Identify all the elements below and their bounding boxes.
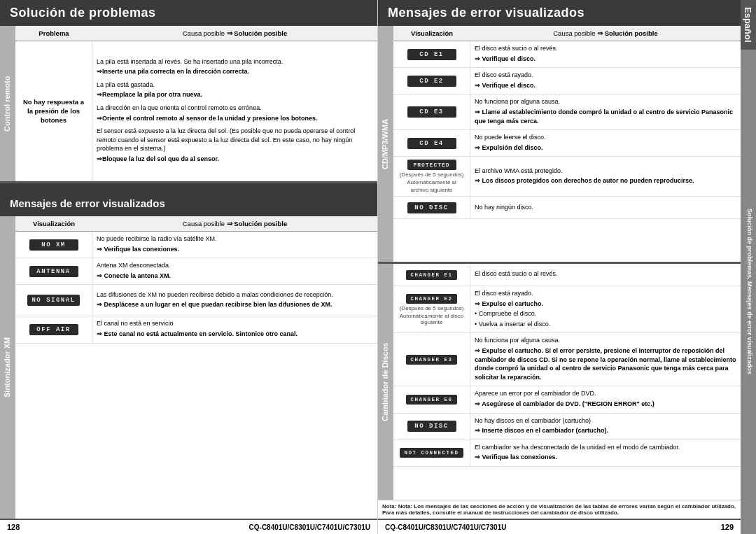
- lcd-badge-not-connected: NOT CONNECTED: [400, 448, 463, 458]
- cd-label: CD/MP3/WMA: [378, 26, 393, 262]
- right-model-number: CQ-C8401U/C8301U/C7401U/C7301U: [385, 524, 506, 531]
- solution-cd-e3: ⇒ Llame al establecimiento donde compró …: [475, 108, 736, 125]
- cause-no-disc-top: No hay ningún disco.: [475, 203, 736, 212]
- table-row: NOT CONNECTED El cambiador se ha descone…: [393, 440, 741, 467]
- footnote-bold: Nota:: [382, 503, 396, 510]
- table-row: CD E1 El disco está sucio o al revés. ⇒ …: [393, 41, 741, 68]
- cause-cell-off-air: El canal no está en servicio ⇒ Este cana…: [92, 316, 377, 342]
- left-page-number: 128: [7, 523, 20, 531]
- solution-cd-e2: ⇒ Verifique el disco.: [475, 81, 736, 90]
- cause-cell-changer-e6: Aparece un error por el cambiador de DVD…: [470, 386, 741, 412]
- right-side-labels: Español Solución de problemas, Mensajes …: [741, 0, 756, 534]
- lcd-badge-cd-e2: CD E2: [407, 76, 456, 87]
- cause-cell-cd-e1: El disco está sucio o al revés. ⇒ Verifi…: [470, 41, 741, 67]
- visualizacion-header: Visualización: [15, 218, 92, 229]
- cause-line-2: La pila está gastada.: [97, 80, 373, 90]
- footnote: Nota: Nota: Los mensajes de las seccione…: [378, 500, 741, 519]
- causa-solucion-header: Causa posible ⇒ Solución posible: [92, 28, 377, 38]
- solucion-de-problemas-label: Solución de problemas, Mensajes de error…: [741, 50, 756, 534]
- cause-off-air: El canal no está en servicio: [97, 319, 373, 328]
- lcd-badge-changer-e6: CHANGER E6: [406, 395, 456, 405]
- cause-cell-antenna: Antena XM desconectada. ⇒ Conecte la ant…: [92, 258, 377, 284]
- table-row: NO SIGNAL Las difusiones de XM no pueden…: [15, 285, 377, 316]
- viz-cell-cd-e3: CD E3: [393, 94, 470, 129]
- cause-cell-protected: El archivo WMA está protegido. ⇒ Los dis…: [470, 157, 741, 196]
- problema-text: No hay respuesta ala presión de losboton…: [23, 97, 84, 125]
- left-half: Solución de problemas Control remoto Pro…: [0, 0, 378, 534]
- lcd-badge-changer-e1: CHANGER E1: [406, 270, 456, 280]
- lcd-badge-cd-e3: CD E3: [407, 106, 456, 118]
- cd-col-headers: Visualización Causa posible ⇒ Solución p…: [393, 26, 741, 41]
- lcd-badge-no-disc-top: NO DISC: [407, 202, 456, 213]
- solution-changer-e3: ⇒ Expulse el cartucho. Si el error persi…: [475, 346, 736, 381]
- cause-cd-e1: El disco está sucio o al revés.: [475, 44, 736, 53]
- solution-line-3: ⇒Oriente el control remoto al sensor de …: [97, 114, 373, 123]
- cd-content: CD/MP3/WMA Visualización Causa posible ⇒…: [378, 26, 741, 262]
- problema-header: Problema: [15, 28, 92, 38]
- table-row: NO DISC No hay discos en el cambiador (c…: [393, 414, 741, 440]
- cause-no-disc-changer: No hay discos en el cambiador (cartucho): [475, 416, 736, 426]
- solution-changer-e6: ⇒ Asegúrese el cambiador de DVD. ("REGIO…: [475, 400, 736, 409]
- bullet-changer-e2-2: • Vuelva a insertar el disco.: [475, 320, 736, 329]
- viz-cell-no-disc-changer: NO DISC: [393, 414, 470, 440]
- sintonizador-content: Sintonizador XM Visualización Causa posi…: [0, 216, 377, 519]
- cd-table: Visualización Causa posible ⇒ Solución p…: [393, 26, 741, 262]
- viz-cell-cd-e4: CD E4: [393, 130, 470, 156]
- lcd-badge-off-air: OFF AIR: [29, 324, 78, 335]
- solution-cd-e4: ⇒ Expulsión del disco.: [475, 143, 736, 153]
- table-row: CHANGER E3 No funciona por alguna causa.…: [393, 333, 741, 386]
- viz-cell-not-connected: NOT CONNECTED: [393, 440, 470, 466]
- solucion-col-headers: Problema Causa posible ⇒ Solución posibl…: [15, 26, 377, 41]
- solucion-content: Control remoto Problema Causa posible ⇒ …: [0, 26, 377, 181]
- lcd-badge-cd-e1: CD E1: [407, 49, 456, 60]
- lcd-badge-no-disc-changer: NO DISC: [407, 421, 456, 432]
- sub-note-protected-3: archivo siguiente: [410, 187, 452, 193]
- lcd-badge-changer-e2: CHANGER E2: [406, 294, 456, 304]
- cause-line-4: El sensor está expuesto a la luz directa…: [97, 127, 373, 153]
- solution-no-signal: ⇒ Desplácese a un lugar en el que puedan…: [97, 300, 373, 309]
- cause-cell-changer-e1: El disco está sucio o al revés.: [470, 264, 741, 286]
- table-row: CHANGER E2 (Después de 5 segundos) Autom…: [393, 286, 741, 333]
- cause-cell-no-signal: Las difusiones de XM no pueden recibirse…: [92, 285, 377, 316]
- cause-cell-cd-e4: No puede leerse el disco. ⇒ Expulsión de…: [470, 130, 741, 156]
- viz-cell-protected: PROTECTED (Después de 5 segundos) Automá…: [393, 157, 470, 196]
- right-footer: CQ-C8401U/C8301U/C7401U/C7301U 129: [378, 519, 741, 534]
- right-main: Mensajes de error visualizados CD/MP3/WM…: [378, 0, 741, 534]
- table-row: CHANGER E1 El disco está sucio o al revé…: [393, 264, 741, 286]
- solucion-header: Solución de problemas: [0, 0, 377, 26]
- table-row: CD E4 No puede leerse el disco. ⇒ Expuls…: [393, 130, 741, 157]
- cause-cd-e2: El disco está rayado.: [475, 71, 736, 80]
- cause-changer-e6: Aparece un error por el cambiador de DVD…: [475, 389, 736, 398]
- cause-changer-e3: No funciona por alguna causa.: [475, 336, 736, 345]
- solucion-section: Solución de problemas Control remoto Pro…: [0, 0, 377, 181]
- viz-cell-changer-e2: CHANGER E2 (Después de 5 segundos) Autom…: [393, 286, 470, 332]
- cd-visualizacion-header: Visualización: [393, 28, 470, 38]
- left-footer: 128 CQ-C8401U/C8301U/C7401U/C7301U: [0, 519, 377, 534]
- cause-cell-no-disc-top: No hay ningún disco.: [470, 197, 741, 218]
- table-row: CD E2 El disco está rayado. ⇒ Verifique …: [393, 68, 741, 94]
- solution-no-disc-changer: ⇒ Inserte discos en el cambiador (cartuc…: [475, 426, 736, 435]
- table-row: CD E3 No funciona por alguna causa. ⇒ Ll…: [393, 94, 741, 130]
- viz-cell-off-air: OFF AIR: [15, 316, 92, 342]
- cause-cell-cd-e3: No funciona por alguna causa. ⇒ Llame al…: [470, 94, 741, 129]
- solution-off-air: ⇒ Este canal no está actualmente en serv…: [97, 330, 373, 339]
- viz-cell-changer-e6: CHANGER E6: [393, 386, 470, 412]
- sintonizador-label: Sintonizador XM: [0, 216, 15, 519]
- sintonizador-col-headers: Visualización Causa posible ⇒ Solución p…: [15, 216, 377, 232]
- sub-note-protected-1: (Después de 5 segundos): [400, 171, 464, 178]
- table-row: No hay respuesta ala presión de losboton…: [15, 41, 377, 181]
- viz-cell-no-xm: NO XM: [15, 232, 92, 258]
- lcd-badge-antenna: ANTENNA: [29, 266, 78, 277]
- problema-cell: No hay respuesta ala presión de losboton…: [15, 41, 92, 181]
- cd-causa-header: Causa posible ⇒ Solución posible: [470, 28, 741, 38]
- solution-line-2: ⇒Reemplace la pila por otra nueva.: [97, 90, 373, 99]
- page-container: Solución de problemas Control remoto Pro…: [0, 0, 756, 534]
- cause-cell-no-xm: No puede recibirse la radio vía satélite…: [92, 232, 377, 258]
- sub-note-changer-e2-1: (Después de 5 segundos): [400, 305, 464, 311]
- cause-cell-cd-e2: El disco está rayado. ⇒ Verifique el dis…: [470, 68, 741, 94]
- viz-cell-no-disc-top: NO DISC: [393, 197, 470, 218]
- viz-cell-changer-e1: CHANGER E1: [393, 264, 470, 286]
- cause-protected: El archivo WMA está protegido.: [475, 167, 736, 176]
- changer-table: CHANGER E1 El disco está sucio o al revé…: [393, 264, 741, 500]
- table-row: ANTENNA Antena XM desconectada. ⇒ Conect…: [15, 258, 377, 285]
